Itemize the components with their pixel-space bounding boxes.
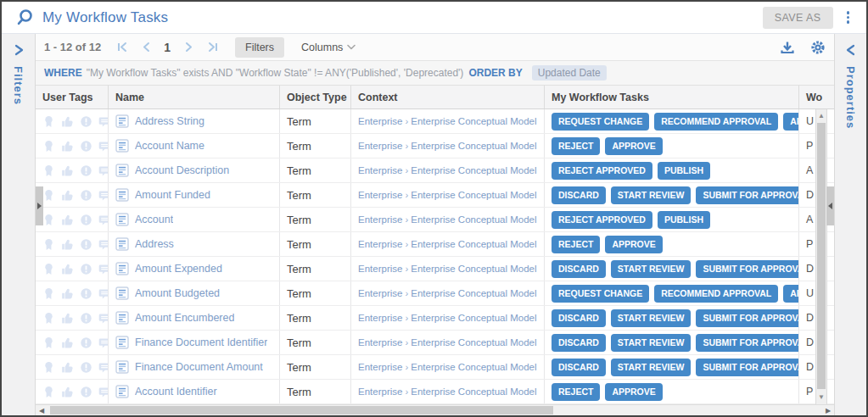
award-icon[interactable] <box>42 238 55 251</box>
context-domain-link[interactable]: Enterprise <box>358 239 402 249</box>
asset-name-link[interactable]: Amount Budgeted <box>135 287 220 299</box>
context-domain-link[interactable]: Enterprise <box>358 362 402 372</box>
column-header-user-tags[interactable]: User Tags <box>36 86 109 108</box>
comment-icon[interactable] <box>98 312 109 325</box>
award-icon[interactable] <box>42 312 55 325</box>
exclamation-icon[interactable] <box>80 140 92 153</box>
reject-approved-button[interactable]: REJECT APPROVED <box>552 211 652 229</box>
approve-button[interactable]: APPROVE <box>605 236 662 253</box>
context-model-link[interactable]: Enterprise Conceptual Model <box>411 165 536 175</box>
comment-icon[interactable] <box>98 140 109 153</box>
reject-button[interactable]: REJECT <box>552 137 600 155</box>
scroll-up-icon[interactable]: ▲ <box>816 109 826 121</box>
next-page-button[interactable] <box>179 38 198 57</box>
start-review-button[interactable]: START REVIEW <box>611 359 692 376</box>
context-model-link[interactable]: Enterprise Conceptual Model <box>411 313 536 323</box>
comment-icon[interactable] <box>98 189 109 202</box>
exclamation-icon[interactable] <box>80 263 92 275</box>
thumbs-up-icon[interactable] <box>61 115 74 128</box>
save-as-button[interactable]: SAVE AS <box>763 7 833 29</box>
download-icon[interactable] <box>780 40 795 55</box>
vertical-scrollbar-thumb[interactable] <box>817 123 826 389</box>
scroll-right-icon[interactable]: ▶ <box>822 405 834 415</box>
recommend-approval-button[interactable]: RECOMMEND APPROVAL <box>654 285 778 303</box>
asset-name-link[interactable]: Address String <box>135 115 204 127</box>
context-model-link[interactable]: Enterprise Conceptual Model <box>411 264 536 274</box>
publish-button[interactable]: PUBLISH <box>658 211 710 229</box>
exclamation-icon[interactable] <box>80 214 92 226</box>
thumbs-up-icon[interactable] <box>61 386 74 398</box>
award-icon[interactable] <box>42 386 55 398</box>
asset-name-link[interactable]: Amount Expended <box>135 263 222 275</box>
previous-page-button[interactable] <box>137 38 155 57</box>
horizontal-scrollbar[interactable]: ◀ ▶ <box>36 404 834 415</box>
award-icon[interactable] <box>42 189 55 202</box>
submit-for-approval-button[interactable]: SUBMIT FOR APPROVAL <box>696 260 799 278</box>
award-icon[interactable] <box>42 115 55 128</box>
award-icon[interactable] <box>42 140 55 153</box>
gear-icon[interactable] <box>810 40 826 55</box>
start-review-button[interactable]: START REVIEW <box>611 309 692 327</box>
first-page-button[interactable] <box>113 38 132 57</box>
context-model-link[interactable]: Enterprise Conceptual Model <box>411 239 536 249</box>
context-domain-link[interactable]: Enterprise <box>358 214 402 225</box>
approve-button[interactable]: APPROVE <box>605 383 662 401</box>
context-domain-link[interactable]: Enterprise <box>358 288 402 298</box>
context-model-link[interactable]: Enterprise Conceptual Model <box>411 190 536 200</box>
award-icon[interactable] <box>42 263 55 275</box>
columns-dropdown[interactable]: Columns <box>294 37 362 58</box>
scroll-left-icon[interactable]: ◀ <box>36 405 48 415</box>
submit-for-approval-button[interactable]: SUBMIT FOR APPROVAL <box>696 359 799 376</box>
exclamation-icon[interactable] <box>80 287 92 300</box>
approve-button[interactable]: APPROVE <box>783 113 799 131</box>
context-domain-link[interactable]: Enterprise <box>358 386 402 397</box>
comment-icon[interactable] <box>98 336 109 349</box>
submit-for-approval-button[interactable]: SUBMIT FOR APPROVAL <box>696 334 799 352</box>
column-header-object-type[interactable]: Object Type <box>280 86 351 108</box>
comment-icon[interactable] <box>98 238 109 251</box>
thumbs-up-icon[interactable] <box>61 238 74 251</box>
context-domain-link[interactable]: Enterprise <box>358 190 402 200</box>
exclamation-icon[interactable] <box>80 336 92 349</box>
filters-rail[interactable]: Filters <box>2 34 36 415</box>
context-domain-link[interactable]: Enterprise <box>358 313 402 323</box>
award-icon[interactable] <box>42 336 55 349</box>
exclamation-icon[interactable] <box>80 115 92 128</box>
discard-button[interactable]: DISCARD <box>552 334 606 352</box>
context-domain-link[interactable]: Enterprise <box>358 337 402 348</box>
asset-name-link[interactable]: Finance Document Identifier <box>135 336 267 348</box>
thumbs-up-icon[interactable] <box>61 361 74 374</box>
context-model-link[interactable]: Enterprise Conceptual Model <box>411 214 536 225</box>
context-model-link[interactable]: Enterprise Conceptual Model <box>411 116 536 126</box>
submit-for-approval-button[interactable]: SUBMIT FOR APPROVAL <box>696 309 799 327</box>
column-header-context[interactable]: Context <box>351 86 545 108</box>
reject-button[interactable]: REJECT <box>552 236 600 253</box>
reject-approved-button[interactable]: REJECT APPROVED <box>552 162 652 180</box>
context-model-link[interactable]: Enterprise Conceptual Model <box>411 362 536 372</box>
publish-button[interactable]: PUBLISH <box>658 162 710 180</box>
column-header-my-workflow-tasks[interactable]: My Workflow Tasks <box>545 86 799 108</box>
comment-icon[interactable] <box>98 263 109 275</box>
comment-icon[interactable] <box>98 214 109 226</box>
context-model-link[interactable]: Enterprise Conceptual Model <box>411 288 536 298</box>
exclamation-icon[interactable] <box>80 386 92 398</box>
asset-name-link[interactable]: Account Name <box>135 140 204 152</box>
context-model-link[interactable]: Enterprise Conceptual Model <box>411 386 536 397</box>
recommend-approval-button[interactable]: RECOMMEND APPROVAL <box>654 113 778 131</box>
thumbs-up-icon[interactable] <box>61 189 74 202</box>
comment-icon[interactable] <box>98 287 109 300</box>
start-review-button[interactable]: START REVIEW <box>611 186 692 204</box>
submit-for-approval-button[interactable]: SUBMIT FOR APPROVAL <box>696 186 799 204</box>
award-icon[interactable] <box>42 287 55 300</box>
award-icon[interactable] <box>42 361 55 374</box>
request-change-button[interactable]: REQUEST CHANGE <box>552 285 649 303</box>
context-domain-link[interactable]: Enterprise <box>358 116 402 126</box>
column-header-workflow-state[interactable]: Wo <box>799 86 834 108</box>
thumbs-up-icon[interactable] <box>61 164 74 177</box>
thumbs-up-icon[interactable] <box>61 263 74 275</box>
reject-button[interactable]: REJECT <box>552 383 600 401</box>
asset-name-link[interactable]: Amount Funded <box>135 189 210 201</box>
column-header-name[interactable]: Name <box>109 86 280 108</box>
asset-name-link[interactable]: Account Identifier <box>135 386 217 398</box>
exclamation-icon[interactable] <box>80 238 92 251</box>
